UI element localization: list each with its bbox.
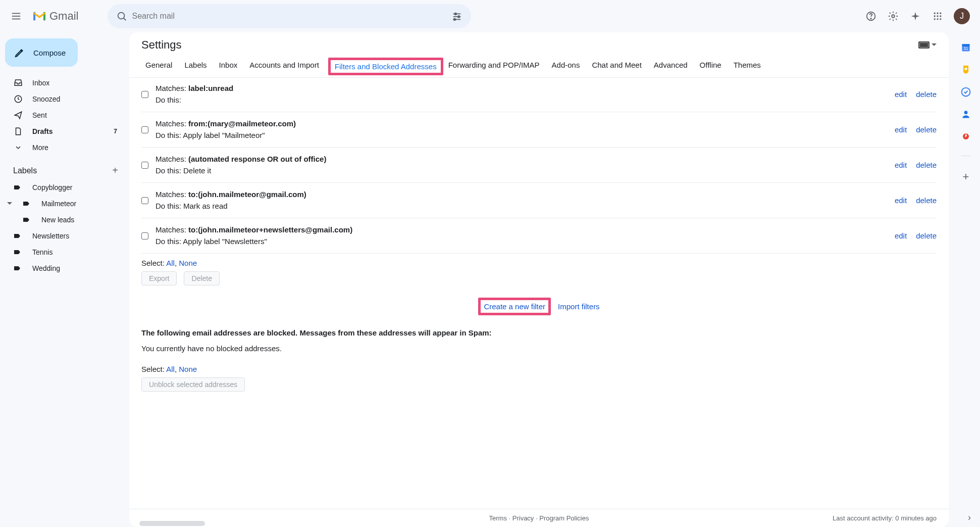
edit-filter-link[interactable]: edit bbox=[895, 125, 907, 134]
left-nav: Compose InboxSnoozedSentDrafts7More Labe… bbox=[0, 32, 129, 527]
label-item[interactable]: Newsletters bbox=[0, 228, 129, 244]
delete-filter-link[interactable]: delete bbox=[916, 231, 937, 240]
footer: Terms · Privacy · Program Policies Last … bbox=[129, 509, 949, 527]
label-text: Wedding bbox=[32, 264, 60, 272]
edit-filter-link[interactable]: edit bbox=[895, 231, 907, 240]
compose-button[interactable]: Compose bbox=[5, 38, 78, 67]
select-blocked-row: Select: All, None bbox=[141, 360, 937, 376]
nav-item-more[interactable]: More bbox=[0, 139, 123, 156]
svg-point-16 bbox=[940, 13, 941, 14]
svg-text:31: 31 bbox=[963, 46, 968, 51]
addon-icon[interactable] bbox=[961, 131, 971, 141]
label-text: Newsletters bbox=[32, 232, 69, 240]
compose-label: Compose bbox=[33, 49, 66, 57]
get-addons-button[interactable]: + bbox=[963, 170, 969, 183]
tasks-icon[interactable] bbox=[961, 87, 971, 97]
tab-inbox[interactable]: Inbox bbox=[215, 56, 242, 77]
page-title: Settings bbox=[141, 38, 182, 52]
input-tools-toggle[interactable] bbox=[918, 41, 937, 49]
policies-link[interactable]: Program Policies bbox=[539, 514, 589, 522]
filter-checkbox[interactable] bbox=[141, 162, 148, 169]
filter-description: Matches: label:unreadDo this: bbox=[156, 83, 888, 106]
label-item[interactable]: Wedding bbox=[0, 260, 129, 276]
search-icon[interactable] bbox=[112, 6, 132, 26]
nav-label: Sent bbox=[32, 111, 117, 119]
delete-filter-link[interactable]: delete bbox=[916, 161, 937, 169]
add-label-button[interactable]: + bbox=[112, 165, 118, 176]
tab-advanced[interactable]: Advanced bbox=[650, 56, 692, 77]
delete-filter-link[interactable]: delete bbox=[916, 125, 937, 134]
edit-filter-link[interactable]: edit bbox=[895, 196, 907, 205]
search-input[interactable] bbox=[132, 12, 447, 21]
delete-filter-link[interactable]: delete bbox=[916, 196, 937, 205]
tab-add-ons[interactable]: Add-ons bbox=[548, 56, 584, 77]
label-icon bbox=[13, 248, 23, 256]
select-all-blocked-link[interactable]: All bbox=[166, 365, 175, 373]
label-item[interactable]: Tennis bbox=[0, 244, 129, 260]
support-icon[interactable] bbox=[861, 6, 881, 26]
select-none-link[interactable]: None bbox=[179, 259, 197, 267]
gmail-logo[interactable]: Gmail bbox=[32, 10, 93, 23]
tab-general[interactable]: General bbox=[141, 56, 176, 77]
tab-filters-and-blocked-addresses[interactable]: Filters and Blocked Addresses bbox=[334, 59, 438, 74]
settings-icon[interactable] bbox=[883, 6, 903, 26]
svg-point-20 bbox=[934, 18, 936, 20]
privacy-link[interactable]: Privacy bbox=[512, 514, 534, 522]
import-filters-link[interactable]: Import filters bbox=[558, 302, 600, 311]
sidepanel-collapse-icon[interactable]: › bbox=[968, 512, 971, 523]
caret-icon[interactable] bbox=[6, 201, 13, 206]
header-actions: J bbox=[861, 6, 976, 26]
nav-label: More bbox=[32, 143, 117, 152]
label-icon bbox=[22, 200, 32, 208]
nav-item-drafts[interactable]: Drafts7 bbox=[0, 123, 123, 139]
create-new-filter-link[interactable]: Create a new filter bbox=[484, 302, 545, 311]
app-name: Gmail bbox=[49, 10, 78, 23]
filter-checkbox[interactable] bbox=[141, 91, 148, 98]
calendar-icon[interactable]: 31 bbox=[961, 42, 971, 53]
keep-icon[interactable] bbox=[961, 65, 971, 75]
filter-checkbox[interactable] bbox=[141, 232, 148, 239]
search-options-icon[interactable] bbox=[447, 6, 467, 26]
label-item[interactable]: Mailmeteor bbox=[0, 196, 129, 212]
nav-item-sent[interactable]: Sent bbox=[0, 107, 123, 123]
filter-row: Matches: to:(john.mailmeteor+newsletters… bbox=[141, 218, 937, 254]
label-text: Mailmeteor bbox=[41, 200, 76, 208]
select-none-blocked-link[interactable]: None bbox=[179, 365, 197, 373]
tab-offline[interactable]: Offline bbox=[696, 56, 726, 77]
delete-filter-link[interactable]: delete bbox=[916, 90, 937, 99]
tab-themes[interactable]: Themes bbox=[730, 56, 765, 77]
main-menu-button[interactable] bbox=[4, 4, 28, 28]
account-avatar[interactable]: J bbox=[954, 8, 970, 24]
label-item[interactable]: New leads bbox=[0, 212, 129, 228]
last-activity: Last account activity: 0 minutes ago bbox=[833, 514, 937, 522]
label-item[interactable]: Copyblogger bbox=[0, 179, 129, 196]
tab-labels[interactable]: Labels bbox=[180, 56, 211, 77]
export-button[interactable]: Export bbox=[141, 271, 177, 285]
filter-description: Matches: to:(john.mailmeteor+newsletters… bbox=[156, 224, 888, 247]
terms-link[interactable]: Terms bbox=[489, 514, 507, 522]
tab-chat-and-meet[interactable]: Chat and Meet bbox=[588, 56, 645, 77]
apps-grid-icon[interactable] bbox=[927, 6, 948, 26]
edit-filter-link[interactable]: edit bbox=[895, 90, 907, 99]
filter-checkbox[interactable] bbox=[141, 197, 148, 204]
tab-accounts-and-import[interactable]: Accounts and Import bbox=[245, 56, 323, 77]
edit-filter-link[interactable]: edit bbox=[895, 161, 907, 169]
gemini-icon[interactable] bbox=[905, 6, 925, 26]
svg-point-21 bbox=[937, 18, 938, 20]
label-icon bbox=[13, 232, 23, 240]
tab-forwarding-and-pop-imap[interactable]: Forwarding and POP/IMAP bbox=[444, 56, 544, 77]
select-all-link[interactable]: All bbox=[166, 259, 175, 267]
blocked-addresses-empty: You currently have no blocked addresses. bbox=[141, 344, 937, 360]
svg-point-14 bbox=[934, 13, 936, 14]
unblock-button[interactable]: Unblock selected addresses bbox=[141, 377, 245, 392]
horizontal-scrollbar[interactable] bbox=[139, 521, 205, 526]
delete-selected-button[interactable]: Delete bbox=[184, 271, 219, 285]
inbox-icon bbox=[13, 78, 23, 87]
contacts-icon[interactable] bbox=[961, 109, 971, 119]
nav-label: Snoozed bbox=[32, 95, 117, 103]
filter-checkbox[interactable] bbox=[141, 126, 148, 133]
labels-heading: Labels bbox=[13, 166, 37, 175]
svg-point-15 bbox=[937, 13, 938, 14]
nav-item-snoozed[interactable]: Snoozed bbox=[0, 91, 123, 107]
nav-item-inbox[interactable]: Inbox bbox=[0, 75, 123, 91]
